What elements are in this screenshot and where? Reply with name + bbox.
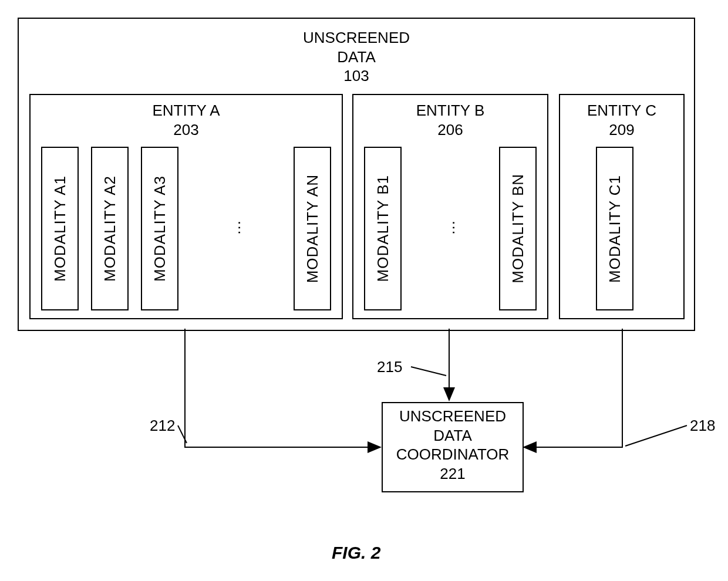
arrow-212	[185, 329, 380, 447]
entity-c-title-block: ENTITY C 209	[560, 101, 683, 139]
entity-b-ellipsis: ...	[411, 147, 487, 308]
modality-a1-box: MODALITY A1	[41, 147, 79, 310]
leader-212	[178, 425, 187, 443]
arrow-label-212: 212	[150, 417, 175, 435]
entity-a-ellipsis: ...	[194, 147, 276, 308]
modality-an-box: MODALITY AN	[294, 147, 331, 310]
arrow-label-215: 215	[377, 358, 402, 376]
unscreened-number: 103	[343, 67, 369, 85]
arrow-label-218: 218	[690, 417, 715, 435]
entity-b-number: 206	[437, 121, 463, 139]
modality-a2-box: MODALITY A2	[91, 147, 129, 310]
coordinator-title-block: UNSCREENED DATA COORDINATOR 221	[383, 407, 523, 483]
coordinator-number: 221	[440, 465, 465, 482]
modality-a1-label: MODALITY A1	[51, 175, 69, 282]
coordinator-line2: DATA	[433, 427, 471, 444]
modality-a3-label: MODALITY A3	[151, 175, 169, 282]
entity-b-ellipsis-text: ...	[440, 220, 459, 235]
coordinator-box: UNSCREENED DATA COORDINATOR 221	[382, 402, 524, 492]
coordinator-line3: COORDINATOR	[396, 445, 510, 463]
arrow-218	[524, 329, 622, 447]
modality-an-label: MODALITY AN	[304, 174, 322, 283]
unscreened-title-line1: UNSCREENED	[303, 29, 410, 46]
entity-a-title-block: ENTITY A 203	[31, 101, 342, 139]
entity-a-ellipsis-text: ...	[226, 220, 244, 235]
modality-c1-label: MODALITY C1	[606, 175, 624, 283]
entity-c-title: ENTITY C	[587, 102, 656, 119]
entity-a-number: 203	[173, 121, 198, 139]
modality-c1-box: MODALITY C1	[596, 147, 633, 310]
entity-b-title-block: ENTITY B 206	[353, 101, 547, 139]
unscreened-data-title: UNSCREENED DATA 103	[19, 28, 694, 86]
leader-218	[625, 425, 687, 446]
entity-a-title: ENTITY A	[152, 102, 220, 119]
entity-c-number: 209	[609, 121, 634, 139]
modality-b1-label: MODALITY B1	[374, 175, 392, 282]
modality-bn-box: MODALITY BN	[499, 147, 537, 310]
coordinator-line1: UNSCREENED	[399, 407, 506, 425]
modality-bn-label: MODALITY BN	[509, 174, 527, 283]
leader-215	[411, 367, 446, 376]
modality-a3-box: MODALITY A3	[141, 147, 178, 310]
figure-caption: FIG. 2	[332, 543, 380, 563]
unscreened-title-line2: DATA	[337, 48, 375, 66]
modality-a2-label: MODALITY A2	[101, 175, 119, 282]
modality-b1-box: MODALITY B1	[364, 147, 402, 310]
entity-b-title: ENTITY B	[416, 102, 485, 119]
